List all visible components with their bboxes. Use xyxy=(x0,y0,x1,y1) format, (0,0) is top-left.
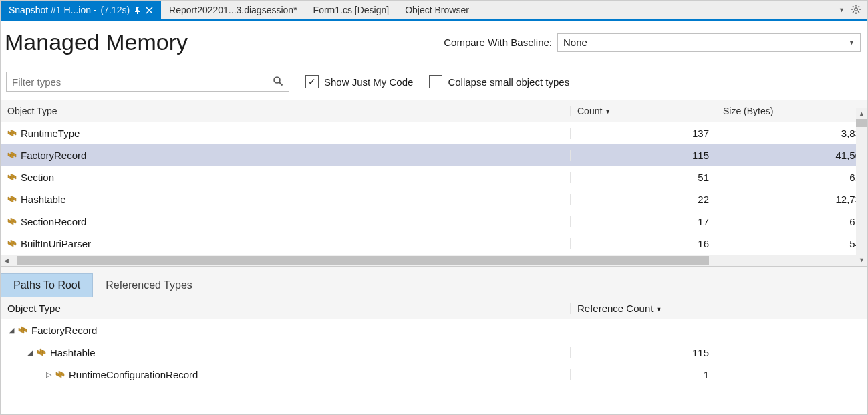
filter-types-box[interactable] xyxy=(6,72,289,92)
class-icon xyxy=(7,194,18,205)
detail-tabs: Paths To Root Referenced Types xyxy=(1,267,867,297)
count-cell: 22 xyxy=(570,194,716,205)
svg-point-0 xyxy=(855,7,857,10)
class-icon xyxy=(7,172,18,183)
tab-form-designer[interactable]: Form1.cs [Design] xyxy=(305,1,398,19)
tab-report[interactable]: Report202201...3.diagsession* xyxy=(161,1,305,19)
size-cell: 41,50 xyxy=(716,150,867,161)
tab-label: Snapshot #1 H...ion - xyxy=(9,5,97,15)
table-row[interactable]: FactoryRecord11541,50 xyxy=(1,144,867,166)
checkbox-icon xyxy=(429,75,442,88)
tab-label: Report202201...3.diagsession* xyxy=(169,5,297,15)
tree-toggle-icon[interactable]: ◢ xyxy=(26,348,34,357)
table-row[interactable]: Section5161 xyxy=(1,166,867,188)
class-icon xyxy=(37,348,47,358)
grid-header: Object Type Reference Count▼ xyxy=(1,297,867,319)
col-object-type[interactable]: Object Type xyxy=(1,106,570,116)
svg-line-10 xyxy=(279,82,283,86)
tab-object-browser[interactable]: Object Browser xyxy=(397,1,477,19)
col-count[interactable]: Count▼ xyxy=(570,106,716,116)
svg-line-6 xyxy=(858,11,859,13)
page-title: Managed Memory xyxy=(5,29,188,55)
show-just-my-code[interactable]: ✓ Show Just My Code xyxy=(305,75,413,88)
count-cell: 115 xyxy=(570,150,716,161)
type-name: Section xyxy=(21,172,54,183)
type-name: FactoryRecord xyxy=(31,325,97,336)
vertical-scrollbar[interactable]: ▲ ▼ xyxy=(856,108,867,265)
tree-toggle-icon[interactable]: ▷ xyxy=(45,370,53,379)
sort-desc-icon: ▼ xyxy=(605,108,611,115)
count-cell: 51 xyxy=(570,172,716,183)
tree-row[interactable]: ◢FactoryRecord xyxy=(1,319,867,341)
count-cell: 137 xyxy=(570,128,716,139)
col-size[interactable]: Size (Bytes) xyxy=(716,106,867,116)
tree-row[interactable]: ▷RuntimeConfigurationRecord1 xyxy=(1,364,867,386)
class-icon xyxy=(7,150,18,161)
type-name: Hashtable xyxy=(50,347,96,358)
type-name: FactoryRecord xyxy=(21,150,86,161)
svg-line-8 xyxy=(853,11,854,13)
ref-count-cell: 1 xyxy=(570,369,716,380)
col-object-type[interactable]: Object Type xyxy=(1,303,570,314)
tab-time: (7.12s) xyxy=(101,5,130,15)
grid-header: Object Type Count▼ Size (Bytes) xyxy=(1,100,867,122)
close-icon[interactable] xyxy=(146,7,153,14)
checkbox-label: Show Just My Code xyxy=(324,76,413,88)
object-type-grid: Object Type Count▼ Size (Bytes) RuntimeT… xyxy=(1,100,867,267)
col-reference-count[interactable]: Reference Count▼ xyxy=(570,303,716,314)
table-row[interactable]: Hashtable2212,73 xyxy=(1,188,867,211)
class-icon xyxy=(7,217,18,227)
svg-point-9 xyxy=(274,77,280,83)
baseline-select[interactable]: None ▼ xyxy=(557,33,861,52)
count-cell: 16 xyxy=(570,238,716,249)
tree-toggle-icon[interactable]: ◢ xyxy=(7,326,15,335)
size-cell: 61 xyxy=(716,216,867,227)
paths-to-root-grid: Object Type Reference Count▼ ◢FactoryRec… xyxy=(1,297,867,386)
size-cell: 61 xyxy=(716,172,867,183)
class-icon xyxy=(7,239,18,249)
type-name: SectionRecord xyxy=(21,216,86,227)
tab-snapshot[interactable]: Snapshot #1 H...ion - (7.12s) xyxy=(1,1,161,19)
size-cell: 3,83 xyxy=(716,128,867,139)
chevron-down-icon: ▼ xyxy=(849,39,855,46)
search-icon[interactable] xyxy=(273,76,283,88)
filter-input[interactable] xyxy=(12,76,273,88)
gear-icon[interactable] xyxy=(851,5,861,16)
tab-paths-to-root[interactable]: Paths To Root xyxy=(1,273,93,297)
tab-referenced-types[interactable]: Referenced Types xyxy=(93,273,205,297)
type-name: RuntimeConfigurationRecord xyxy=(69,369,198,380)
baseline-value: None xyxy=(563,37,587,48)
pin-icon[interactable] xyxy=(134,6,142,14)
class-icon xyxy=(55,370,66,380)
type-name: BuiltInUriParser xyxy=(21,238,91,249)
table-row[interactable]: RuntimeType1373,83 xyxy=(1,122,867,144)
class-icon xyxy=(18,325,29,336)
tree-row[interactable]: ◢Hashtable115 xyxy=(1,341,867,364)
class-icon xyxy=(7,128,18,139)
svg-line-5 xyxy=(853,6,854,7)
type-name: RuntimeType xyxy=(21,128,80,139)
checkbox-icon: ✓ xyxy=(305,75,319,88)
size-cell: 54 xyxy=(716,238,867,249)
tab-label: Form1.cs [Design] xyxy=(313,5,390,15)
checkbox-label: Collapse small object types xyxy=(448,76,569,88)
svg-line-7 xyxy=(858,6,859,7)
tab-label: Object Browser xyxy=(405,5,469,15)
table-row[interactable]: BuiltInUriParser1654 xyxy=(1,233,867,255)
table-row[interactable]: SectionRecord1761 xyxy=(1,211,867,233)
collapse-small-types[interactable]: Collapse small object types xyxy=(429,75,569,88)
compare-label: Compare With Baseline: xyxy=(444,37,552,48)
document-tabs: Snapshot #1 H...ion - (7.12s) Report2022… xyxy=(1,1,867,21)
type-name: Hashtable xyxy=(21,194,66,205)
count-cell: 17 xyxy=(570,216,716,227)
ref-count-cell: 115 xyxy=(570,347,716,358)
sort-desc-icon: ▼ xyxy=(656,306,662,313)
horizontal-scrollbar[interactable]: ◀ ▶ xyxy=(1,255,867,266)
tab-overflow-icon[interactable]: ▼ xyxy=(839,7,845,13)
size-cell: 12,73 xyxy=(716,194,867,205)
